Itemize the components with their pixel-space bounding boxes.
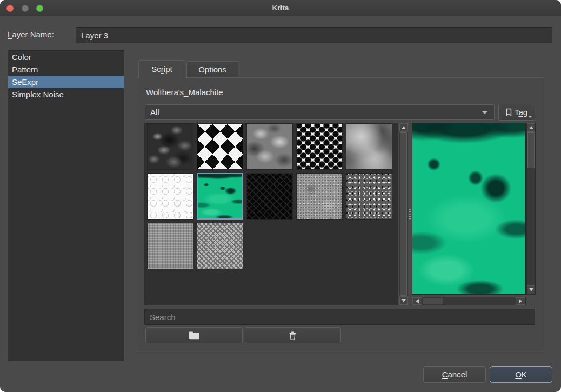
scroll-up-icon[interactable] bbox=[527, 123, 535, 132]
pattern-preview bbox=[412, 123, 526, 295]
scroll-left-icon[interactable] bbox=[412, 297, 422, 305]
tab-options[interactable]: Options bbox=[186, 61, 238, 77]
scroll-down-icon[interactable] bbox=[399, 296, 408, 305]
scrollbar-thumb[interactable] bbox=[423, 298, 443, 304]
pattern-thumbnail-selected[interactable] bbox=[197, 173, 243, 220]
pattern-thumbnail[interactable] bbox=[246, 173, 293, 220]
tag-filter-value: All bbox=[150, 108, 159, 117]
pattern-thumbnail[interactable] bbox=[296, 173, 343, 220]
tab-script[interactable]: Script bbox=[138, 60, 185, 78]
list-item-seexpr[interactable]: SeExpr bbox=[8, 76, 124, 88]
preview-vertical-scrollbar[interactable] bbox=[526, 123, 536, 295]
layer-name-input[interactable] bbox=[76, 27, 552, 43]
bookmark-icon bbox=[506, 108, 512, 116]
pattern-grid bbox=[144, 123, 398, 305]
splitter-handle[interactable] bbox=[408, 123, 412, 305]
scroll-down-icon[interactable] bbox=[527, 285, 535, 294]
pattern-thumbnail[interactable] bbox=[197, 123, 243, 170]
list-item-pattern[interactable]: Pattern bbox=[8, 63, 124, 76]
list-item-color[interactable]: Color bbox=[8, 51, 124, 63]
pattern-thumbnail[interactable] bbox=[197, 223, 243, 269]
pattern-thumbnail[interactable] bbox=[246, 123, 293, 170]
current-pattern-name: Wolthera's_Malachite bbox=[146, 88, 223, 97]
pattern-thumbnail[interactable] bbox=[346, 123, 392, 170]
pattern-thumbnail[interactable] bbox=[296, 123, 343, 170]
window-title: Krita bbox=[0, 0, 561, 16]
pattern-thumbnail[interactable] bbox=[346, 173, 392, 220]
scroll-up-icon[interactable] bbox=[399, 123, 408, 132]
trash-icon bbox=[289, 331, 297, 340]
tag-button[interactable]: Tag bbox=[498, 104, 535, 121]
scrollbar-thumb[interactable] bbox=[527, 132, 535, 168]
delete-resource-button[interactable] bbox=[244, 327, 341, 343]
tag-button-label: Tag bbox=[515, 108, 527, 117]
pattern-thumbnail[interactable] bbox=[147, 123, 193, 170]
ok-button[interactable]: OK bbox=[490, 366, 552, 383]
splitter-dots-icon bbox=[409, 208, 411, 220]
layer-name-label: Layer Name: bbox=[8, 30, 54, 39]
list-item-simplex-noise[interactable]: Simplex Noise bbox=[8, 88, 124, 101]
scroll-right-icon[interactable] bbox=[516, 297, 525, 305]
folder-icon bbox=[189, 331, 200, 340]
pattern-thumbnail[interactable] bbox=[147, 173, 193, 220]
pattern-search-input[interactable] bbox=[144, 309, 535, 325]
generator-type-list: Color Pattern SeExpr Simplex Noise bbox=[8, 50, 124, 361]
import-resource-button[interactable] bbox=[145, 327, 243, 343]
chevron-down-icon bbox=[482, 111, 487, 114]
preview-horizontal-scrollbar[interactable] bbox=[412, 297, 526, 305]
titlebar[interactable]: Krita bbox=[0, 0, 561, 16]
grid-vertical-scrollbar[interactable] bbox=[399, 123, 408, 305]
chevron-down-icon bbox=[528, 116, 532, 118]
scrollbar-thumb[interactable] bbox=[400, 132, 407, 296]
krita-fill-layer-dialog: Krita Layer Name: Color Pattern SeExpr S… bbox=[0, 0, 561, 392]
cancel-button[interactable]: Cancel bbox=[423, 366, 486, 383]
tag-filter-combobox[interactable]: All bbox=[145, 104, 495, 120]
pattern-thumbnail[interactable] bbox=[147, 223, 193, 269]
